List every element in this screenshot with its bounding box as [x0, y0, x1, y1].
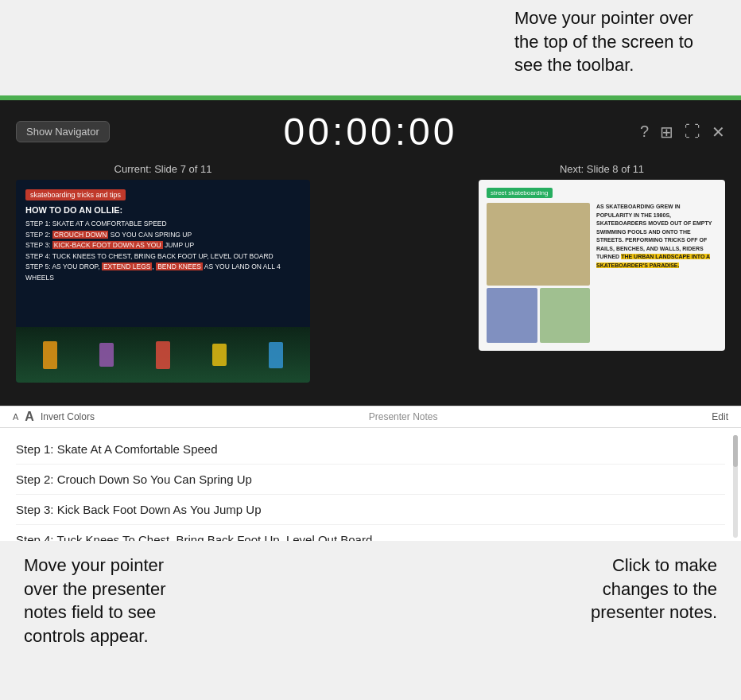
current-slide-title: HOW TO DO AN OLLIE:	[25, 205, 301, 215]
next-slide-tag: street skateboarding	[487, 188, 553, 198]
notes-scrollbar-thumb[interactable]	[733, 435, 738, 467]
notes-panel-title: Presenter Notes	[101, 411, 705, 422]
notes-toolbar: A A Invert Colors Presenter Notes Edit	[0, 406, 741, 428]
font-decrease-button[interactable]: A	[13, 412, 18, 422]
bottom-left-annotation: Move your pointer over the presenter not…	[0, 554, 370, 648]
presenter-notes-area: A A Invert Colors Presenter Notes Edit S…	[0, 406, 741, 541]
presenter-toolbar-icons: ? ⊞ ⛶ ✕	[640, 122, 725, 142]
fullscreen-icon[interactable]: ⛶	[685, 122, 700, 141]
timer-display: 00:00:00	[284, 110, 458, 154]
timer-row: Show Navigator 00:00:00 ? ⊞ ⛶ ✕	[0, 100, 741, 163]
notes-scrollbar[interactable]	[733, 435, 738, 538]
show-navigator-button[interactable]: Show Navigator	[16, 121, 110, 142]
bottom-annotation-area: Move your pointer over the presenter not…	[0, 541, 741, 700]
current-slide-frame: skateboarding tricks and tips HOW TO DO …	[16, 180, 310, 383]
close-icon[interactable]: ✕	[712, 122, 725, 142]
list-item: Step 1: Skate At A Comfortable Speed	[16, 434, 725, 465]
list-item: Step 4: Tuck Knees To Chest, Bring Back …	[16, 525, 725, 541]
next-slide-text: AS SKATEBOARDING GREW IN POPULARITY IN T…	[596, 203, 717, 343]
notes-edit-button[interactable]: Edit	[712, 411, 728, 422]
invert-colors-button[interactable]: Invert Colors	[41, 411, 95, 422]
current-slide-label: Current: Slide 7 of 11	[114, 163, 212, 175]
next-slide-label: Next: Slide 8 of 11	[560, 163, 644, 175]
next-slide-content: street skateboarding	[479, 180, 725, 351]
current-slide-content: skateboarding tricks and tips HOW TO DO …	[16, 180, 310, 383]
help-icon[interactable]: ?	[640, 122, 649, 141]
grid-icon[interactable]: ⊞	[660, 122, 673, 142]
list-item: Step 3: Kick Back Foot Down As You Jump …	[16, 495, 725, 525]
font-increase-button[interactable]: A	[25, 410, 34, 424]
top-annotation-text: Move your pointer over the top of the sc…	[514, 6, 693, 77]
current-slide-tag: skateboarding tricks and tips	[25, 189, 126, 200]
list-item: Step 2: Crouch Down So You Can Spring Up	[16, 465, 725, 495]
current-slide-steps: STEP 1: SKATE AT A COMFORTABLE SPEED STE…	[25, 219, 301, 284]
next-slide-frame: street skateboarding	[479, 180, 725, 351]
notes-content[interactable]: Step 1: Skate At A Comfortable Speed Ste…	[0, 428, 741, 541]
top-annotation-area: Move your pointer over the top of the sc…	[0, 0, 741, 95]
bottom-right-annotation: Click to make changes to the presenter n…	[370, 554, 741, 624]
